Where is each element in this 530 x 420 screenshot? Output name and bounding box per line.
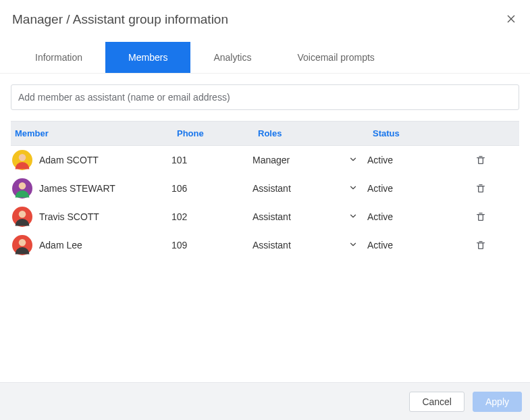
role-cell: Assistant — [253, 240, 367, 251]
chevron-down-icon — [348, 211, 358, 221]
member-name: Adam Lee — [39, 240, 82, 251]
table-row: Adam SCOTT 101 Manager Active — [11, 146, 519, 174]
modal-body: Member Phone Roles Status Adam SCOTT 101… — [0, 73, 530, 382]
chevron-down-icon — [348, 240, 358, 249]
status-cell: Active — [367, 183, 475, 194]
phone-cell: 101 — [171, 155, 253, 165]
col-status[interactable]: Status — [367, 122, 475, 145]
table-row: Travis SCOTT 102 Assistant Active — [11, 203, 519, 231]
tab-voicemail-prompts[interactable]: Voicemail prompts — [274, 42, 397, 73]
member-cell: Travis SCOTT — [11, 207, 171, 227]
modal: Manager / Assistant group information In… — [0, 0, 530, 420]
svg-point-7 — [19, 211, 26, 218]
table-header: Member Phone Roles Status — [11, 121, 519, 146]
role-dropdown[interactable] — [348, 240, 358, 251]
chevron-down-icon — [348, 183, 358, 192]
trash-icon — [475, 183, 486, 194]
tab-analytics[interactable]: Analytics — [190, 42, 274, 73]
status-cell: Active — [367, 211, 475, 222]
role-dropdown[interactable] — [348, 211, 358, 223]
role-label: Assistant — [253, 183, 348, 194]
role-dropdown[interactable] — [348, 155, 358, 166]
role-label: Assistant — [253, 211, 348, 222]
svg-point-1 — [19, 154, 26, 161]
tab-information[interactable]: Information — [12, 42, 105, 73]
modal-footer: Cancel Apply — [0, 382, 530, 420]
status-cell: Active — [367, 155, 475, 165]
role-dropdown[interactable] — [348, 183, 358, 194]
avatar — [12, 235, 32, 255]
delete-button[interactable] — [475, 240, 502, 251]
tab-members[interactable]: Members — [105, 42, 190, 73]
trash-icon — [475, 155, 486, 165]
avatar — [12, 207, 32, 227]
delete-button[interactable] — [475, 155, 502, 165]
role-cell: Manager — [253, 155, 367, 166]
phone-cell: 106 — [171, 183, 253, 194]
svg-rect-2 — [479, 158, 483, 164]
avatar — [12, 178, 32, 199]
trash-icon — [475, 211, 486, 222]
phone-cell: 109 — [171, 240, 253, 251]
role-label: Assistant — [253, 240, 348, 251]
svg-point-10 — [19, 239, 26, 246]
role-cell: Assistant — [253, 211, 367, 223]
close-icon — [506, 14, 516, 24]
apply-button[interactable]: Apply — [473, 392, 522, 412]
svg-rect-11 — [479, 243, 483, 249]
member-name: James STEWART — [39, 183, 115, 194]
member-name: Travis SCOTT — [39, 211, 99, 222]
svg-rect-8 — [479, 215, 483, 221]
col-member[interactable]: Member — [11, 122, 171, 145]
close-button[interactable] — [506, 14, 518, 26]
delete-button[interactable] — [475, 211, 502, 222]
table-row: Adam Lee 109 Assistant Active — [11, 231, 519, 259]
add-member-input[interactable] — [11, 84, 519, 110]
chevron-down-icon — [348, 155, 358, 164]
phone-cell: 102 — [171, 211, 253, 222]
col-phone[interactable]: Phone — [171, 122, 253, 145]
role-cell: Assistant — [253, 183, 367, 194]
role-label: Manager — [253, 155, 348, 165]
svg-point-4 — [19, 182, 26, 190]
members-table: Member Phone Roles Status Adam SCOTT 101… — [11, 121, 519, 259]
trash-icon — [475, 240, 486, 251]
modal-header: Manager / Assistant group information — [0, 0, 530, 30]
col-roles[interactable]: Roles — [253, 122, 367, 145]
svg-rect-5 — [479, 186, 483, 192]
delete-button[interactable] — [475, 183, 502, 194]
status-cell: Active — [367, 240, 475, 251]
member-cell: James STEWART — [11, 178, 171, 199]
cancel-button[interactable]: Cancel — [409, 392, 465, 412]
modal-title: Manager / Assistant group information — [12, 12, 506, 27]
member-name: Adam SCOTT — [39, 155, 99, 165]
member-cell: Adam Lee — [11, 235, 171, 255]
avatar — [12, 150, 32, 170]
member-cell: Adam SCOTT — [11, 150, 171, 170]
tabs: Information Members Analytics Voicemail … — [0, 30, 530, 73]
table-row: James STEWART 106 Assistant Active — [11, 174, 519, 203]
table-body: Adam SCOTT 101 Manager Active James STEW… — [11, 146, 519, 259]
